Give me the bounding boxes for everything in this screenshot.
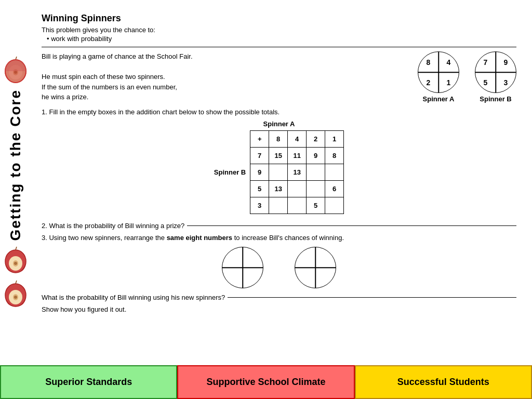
doc-title: Winning Spinners bbox=[42, 13, 516, 24]
table-cell-3-2: 5 bbox=[307, 197, 325, 214]
spinners-visual: 8 4 2 1 Spinner A 7 9 5 3 Spinner B bbox=[418, 51, 516, 103]
new-spinner-1 bbox=[222, 247, 263, 288]
table-title: Spinner A bbox=[263, 120, 295, 128]
table-header-row: + 8 4 2 1 bbox=[250, 131, 344, 148]
question-3-num: 3. Using two new spinners, rearrange the bbox=[42, 234, 167, 242]
table-row-5: 5 13 6 bbox=[250, 181, 344, 197]
addition-table: + 8 4 2 1 7 15 11 9 8 9 13 bbox=[250, 130, 344, 214]
svg-point-15 bbox=[14, 296, 17, 299]
table-cell-5-1: 6 bbox=[325, 181, 344, 197]
table-cell-3-1 bbox=[325, 197, 344, 214]
spinner-a-num-4: 4 bbox=[438, 52, 459, 72]
bottom-q-text: What is the probability of Bill winning … bbox=[42, 294, 225, 301]
main-content: Winning Spinners This problem gives you … bbox=[31, 5, 527, 363]
apple-icon-2 bbox=[3, 246, 29, 274]
table-row-9: 9 13 bbox=[250, 164, 344, 181]
spinner-a-container: 8 4 2 1 Spinner A bbox=[418, 51, 459, 103]
table-cell-9-4: 13 bbox=[288, 164, 307, 181]
sidebar-text: Getting to the Core bbox=[7, 89, 24, 241]
spinner-b-label: Spinner B bbox=[480, 95, 511, 103]
question-1: 1. Fill in the empty boxes in the additi… bbox=[42, 108, 516, 116]
divider bbox=[42, 47, 516, 47]
spinner-b-num-7: 7 bbox=[475, 52, 496, 72]
spinner-b-container: 7 9 5 3 Spinner B bbox=[475, 51, 516, 103]
bottom-banner: Superior Standards Supportive School Cli… bbox=[0, 365, 532, 399]
question-2-line: 2. What is the probability of Bill winni… bbox=[42, 222, 516, 230]
spinner-a-label: Spinner A bbox=[423, 95, 455, 103]
svg-point-10 bbox=[14, 262, 17, 265]
table-cell-7-1: 8 bbox=[325, 148, 344, 164]
spinner-b-side-label: Spinner B bbox=[214, 168, 246, 176]
table-row-5-label: 5 bbox=[250, 181, 269, 197]
table-cell-h2: 2 bbox=[307, 131, 325, 148]
spinner-b: 7 9 5 3 bbox=[475, 51, 516, 93]
question-3-bold: same eight numbers bbox=[167, 234, 232, 242]
table-cell-7-8: 15 bbox=[269, 148, 288, 164]
spinner-a-num-1: 1 bbox=[438, 72, 459, 92]
bottom-q2: Show how you figured it out. bbox=[42, 305, 516, 313]
table-cell-5-2 bbox=[307, 181, 325, 197]
banner-center: Supportive School Climate bbox=[177, 365, 354, 399]
bottom-q-line: What is the probability of Bill winning … bbox=[42, 294, 516, 301]
question-3-rest: to increase Bill's chances of winning. bbox=[232, 234, 344, 242]
table-cell-3-4 bbox=[288, 197, 307, 214]
new-spinner-2 bbox=[295, 247, 336, 288]
table-cell-7-2: 9 bbox=[307, 148, 325, 164]
spin-text3: he wins a prize. bbox=[42, 92, 407, 102]
table-section: Spinner A Spinner B + 8 4 2 1 7 15 11 9 … bbox=[42, 120, 516, 214]
table-cell-h8: 8 bbox=[269, 131, 288, 148]
spinner-a-num-2: 2 bbox=[418, 72, 438, 92]
spin-text1: He must spin each of these two spinners. bbox=[42, 72, 407, 82]
doc-subtitle: This problem gives you the chance to: bbox=[42, 26, 516, 34]
table-row-9-label: 9 bbox=[250, 164, 269, 181]
table-cell-h1: 1 bbox=[325, 131, 344, 148]
spin-text2: If the sum of the numbers is an even num… bbox=[42, 82, 407, 92]
table-cell-plus: + bbox=[250, 131, 269, 148]
svg-line-16 bbox=[16, 281, 17, 284]
table-wrapper: Spinner B + 8 4 2 1 7 15 11 9 8 9 bbox=[214, 130, 344, 214]
table-cell-9-2 bbox=[307, 164, 325, 181]
banner-left: Superior Standards bbox=[0, 365, 177, 399]
question-2-text: 2. What is the probability of Bill winni… bbox=[42, 222, 184, 230]
left-sidebar: Getting to the Core bbox=[0, 0, 31, 364]
new-spinners bbox=[42, 247, 516, 288]
table-cell-h4: 4 bbox=[288, 131, 307, 148]
table-cell-7-4: 11 bbox=[288, 148, 307, 164]
problem-text: Bill is playing a game of chance at the … bbox=[42, 51, 407, 103]
table-row-3: 3 5 bbox=[250, 197, 344, 214]
spinner-b-num-5: 5 bbox=[475, 72, 496, 92]
apple-icon-1 bbox=[3, 56, 29, 84]
table-row-7-label: 7 bbox=[250, 148, 269, 164]
spinner-b-num-9: 9 bbox=[496, 52, 516, 72]
spinner-a: 8 4 2 1 bbox=[418, 51, 459, 93]
spinner-b-num-3: 3 bbox=[496, 72, 516, 92]
answer-line-2 bbox=[187, 225, 516, 226]
spinner-a-num-8: 8 bbox=[418, 52, 438, 72]
table-row-7: 7 15 11 9 8 bbox=[250, 148, 344, 164]
table-cell-9-1 bbox=[325, 164, 344, 181]
table-cell-3-8 bbox=[269, 197, 288, 214]
answer-line-bottom bbox=[228, 297, 516, 298]
spinners-section: Bill is playing a game of chance at the … bbox=[42, 51, 516, 103]
banner-right: Successful Students bbox=[355, 365, 532, 399]
intro-text: Bill is playing a game of chance at the … bbox=[42, 51, 407, 62]
apple-icon-3 bbox=[3, 280, 29, 308]
svg-line-11 bbox=[16, 247, 17, 250]
table-row-3-label: 3 bbox=[250, 197, 269, 214]
table-cell-9-8 bbox=[269, 164, 288, 181]
bullet-point: • work with probability bbox=[47, 35, 516, 43]
table-cell-5-4 bbox=[288, 181, 307, 197]
question-3: 3. Using two new spinners, rearrange the… bbox=[42, 234, 516, 242]
table-cell-5-8: 13 bbox=[269, 181, 288, 197]
